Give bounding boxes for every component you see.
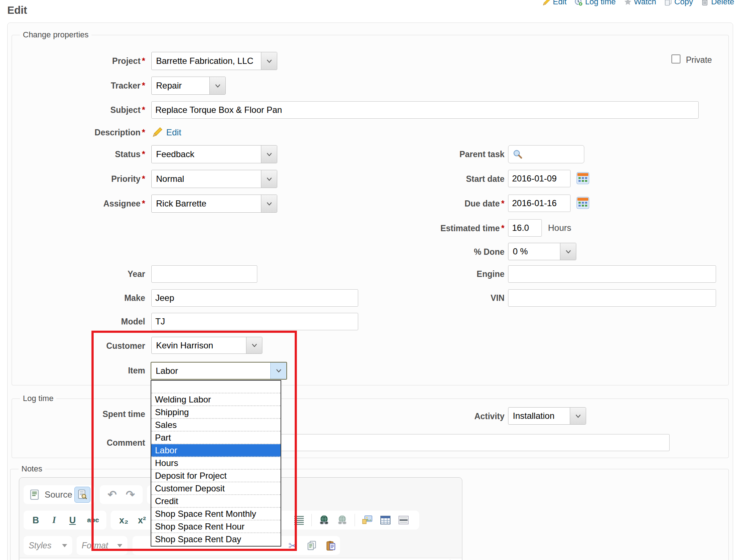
due-date-input[interactable] [508,195,571,212]
subscript-button[interactable]: x₂ [116,512,132,528]
copy-doc-icon [307,540,317,551]
item-dropdown-option[interactable]: Shop Space Rent Hour [151,520,281,533]
estimated-time-input[interactable] [508,219,542,237]
superscript-button[interactable]: x² [134,512,150,528]
status-select[interactable]: Feedback [151,145,277,163]
bold-button[interactable]: B [29,512,43,528]
item-dropdown-option[interactable]: Sales [151,419,281,432]
copy-button[interactable] [304,537,320,553]
vin-input[interactable] [508,289,716,307]
copy-link[interactable]: Copy [664,0,693,7]
activity-select[interactable]: Installation [508,407,586,425]
estimated-time-unit: Hours [548,223,571,233]
comment-label: Comment [22,438,145,448]
link-icon [319,515,330,525]
calendar-icon[interactable] [576,172,589,184]
item-dropdown-option[interactable]: Labor [151,444,281,457]
tracker-select[interactable]: Repair [151,77,226,95]
item-dropdown: Welding LaborShippingSalesPartLaborHours… [151,380,281,547]
unlink-button[interactable] [334,512,350,528]
chevron-down-icon [209,77,225,94]
change-properties-legend: Change properties [20,30,91,40]
undo-button[interactable]: ↶ [105,487,119,503]
year-input[interactable] [151,265,257,283]
item-dropdown-option[interactable]: Customer Deposit [151,482,281,495]
notes-legend: Notes [19,464,45,474]
italic-button[interactable]: I [48,512,60,528]
spent-time-label: Spent time [22,409,145,419]
engine-input[interactable] [508,265,716,283]
item-dropdown-option[interactable]: Deposit for Project [151,470,281,482]
item-dropdown-option[interactable]: Hours [151,457,281,470]
chevron-down-icon [270,363,286,379]
edit-link[interactable]: Edit [543,0,567,7]
cut-button[interactable]: ✂ [285,537,301,553]
toolbar-group-basicstyles: B I U abc [24,511,106,530]
image-icon [362,515,373,525]
item-dropdown-option[interactable]: Welding Labor [151,393,281,406]
strikethrough-button[interactable]: abc [85,512,101,528]
source-doc-icon [30,490,39,500]
justify-button[interactable] [291,512,307,528]
estimated-time-label: Estimated time* [377,224,504,233]
toolbar-group-source: Source [24,485,95,504]
assignee-label: Assignee* [22,199,145,209]
source-button[interactable] [26,487,42,503]
format-dropdown-label: Format [82,541,108,551]
format-dropdown[interactable]: Format [77,536,127,555]
item-dropdown-option[interactable]: Shipping [151,406,281,419]
subject-input[interactable] [151,101,699,119]
paste-icon [326,540,336,551]
make-label: Make [22,293,145,303]
item-dropdown-option[interactable]: Shop Space Rent Monthly [151,508,281,520]
chevron-down-icon [261,52,277,70]
table-icon [380,515,391,525]
item-dropdown-option[interactable]: Shop Space Rent Day [151,533,281,546]
paste-button[interactable] [323,537,339,553]
start-date-input[interactable] [508,170,571,187]
strikethrough-icon: abc [87,516,99,524]
link-button[interactable] [316,512,332,528]
assignee-select[interactable]: Rick Barrette [151,195,277,213]
parent-task-label: Parent task [377,150,504,159]
underline-button[interactable]: U [65,512,80,528]
model-input[interactable] [151,313,358,330]
editor-content-area[interactable] [20,558,462,560]
model-label: Model [22,317,145,327]
item-dropdown-option[interactable]: Part [151,432,281,444]
toolbar-divider [311,514,312,526]
item-dropdown-option[interactable] [151,381,281,393]
customer-select[interactable]: Kevin Harrison [151,337,262,354]
table-button[interactable] [377,512,393,528]
start-date-label: Start date [377,174,504,184]
calendar-icon[interactable] [576,197,589,209]
star-icon [624,0,632,6]
item-dropdown-option[interactable]: Credit [151,495,281,508]
horizontal-rule-button[interactable] [396,512,412,528]
log-time-link[interactable]: Log time [575,0,616,7]
make-input[interactable] [151,289,358,307]
private-label: Private [686,55,712,65]
engine-label: Engine [377,269,504,279]
percent-done-select[interactable]: 0 % [508,243,576,260]
description-edit-link[interactable]: Edit [166,127,181,138]
image-button[interactable] [359,512,375,528]
magnifier-icon [512,149,523,159]
preview-button[interactable] [74,487,90,503]
chevron-down-icon [570,408,586,424]
delete-link[interactable]: Delete [701,0,734,7]
private-checkbox[interactable] [671,54,680,64]
subscript-icon: x₂ [119,515,128,526]
priority-select[interactable]: Normal [151,170,277,188]
styles-dropdown[interactable]: Styles [24,536,72,555]
chevron-down-icon [261,170,277,188]
customer-label: Customer [22,341,145,351]
copy-icon [664,0,672,6]
item-select[interactable]: Labor [151,362,287,380]
watch-link[interactable]: Watch [624,0,657,7]
year-label: Year [22,269,145,279]
context-menu: Edit Log time Watch Copy Delete [543,0,734,8]
priority-label: Priority* [22,174,145,184]
redo-button[interactable]: ↷ [123,487,138,503]
project-select[interactable]: Barrette Fabrication, LLC [151,52,277,70]
